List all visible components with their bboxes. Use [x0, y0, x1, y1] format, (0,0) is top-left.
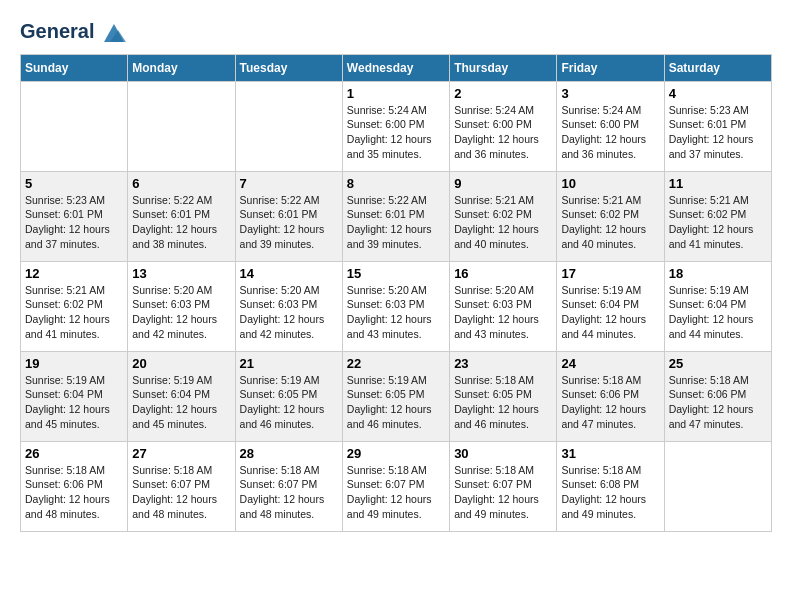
- calendar-cell: 18Sunrise: 5:19 AM Sunset: 6:04 PM Dayli…: [664, 261, 771, 351]
- calendar-cell: 26Sunrise: 5:18 AM Sunset: 6:06 PM Dayli…: [21, 441, 128, 531]
- day-content: Sunrise: 5:18 AM Sunset: 6:08 PM Dayligh…: [561, 463, 659, 522]
- day-number: 3: [561, 86, 659, 101]
- page-header: General: [20, 20, 772, 44]
- logo-text: General: [20, 20, 128, 44]
- calendar-cell: 6Sunrise: 5:22 AM Sunset: 6:01 PM Daylig…: [128, 171, 235, 261]
- day-header-monday: Monday: [128, 54, 235, 81]
- day-content: Sunrise: 5:21 AM Sunset: 6:02 PM Dayligh…: [454, 193, 552, 252]
- calendar-cell: 17Sunrise: 5:19 AM Sunset: 6:04 PM Dayli…: [557, 261, 664, 351]
- calendar-cell: 7Sunrise: 5:22 AM Sunset: 6:01 PM Daylig…: [235, 171, 342, 261]
- day-header-tuesday: Tuesday: [235, 54, 342, 81]
- day-content: Sunrise: 5:18 AM Sunset: 6:06 PM Dayligh…: [669, 373, 767, 432]
- day-content: Sunrise: 5:20 AM Sunset: 6:03 PM Dayligh…: [132, 283, 230, 342]
- day-number: 16: [454, 266, 552, 281]
- day-content: Sunrise: 5:18 AM Sunset: 6:05 PM Dayligh…: [454, 373, 552, 432]
- calendar-cell: 30Sunrise: 5:18 AM Sunset: 6:07 PM Dayli…: [450, 441, 557, 531]
- calendar-cell: 22Sunrise: 5:19 AM Sunset: 6:05 PM Dayli…: [342, 351, 449, 441]
- day-number: 20: [132, 356, 230, 371]
- calendar-cell: 5Sunrise: 5:23 AM Sunset: 6:01 PM Daylig…: [21, 171, 128, 261]
- day-number: 13: [132, 266, 230, 281]
- day-number: 24: [561, 356, 659, 371]
- day-number: 5: [25, 176, 123, 191]
- calendar-week-row: 19Sunrise: 5:19 AM Sunset: 6:04 PM Dayli…: [21, 351, 772, 441]
- day-number: 28: [240, 446, 338, 461]
- calendar-cell: 3Sunrise: 5:24 AM Sunset: 6:00 PM Daylig…: [557, 81, 664, 171]
- day-number: 19: [25, 356, 123, 371]
- calendar-cell: 21Sunrise: 5:19 AM Sunset: 6:05 PM Dayli…: [235, 351, 342, 441]
- calendar-cell: 31Sunrise: 5:18 AM Sunset: 6:08 PM Dayli…: [557, 441, 664, 531]
- calendar-cell: 16Sunrise: 5:20 AM Sunset: 6:03 PM Dayli…: [450, 261, 557, 351]
- calendar-week-row: 26Sunrise: 5:18 AM Sunset: 6:06 PM Dayli…: [21, 441, 772, 531]
- day-content: Sunrise: 5:22 AM Sunset: 6:01 PM Dayligh…: [132, 193, 230, 252]
- day-number: 17: [561, 266, 659, 281]
- day-number: 30: [454, 446, 552, 461]
- calendar-cell: 27Sunrise: 5:18 AM Sunset: 6:07 PM Dayli…: [128, 441, 235, 531]
- calendar-cell: 12Sunrise: 5:21 AM Sunset: 6:02 PM Dayli…: [21, 261, 128, 351]
- calendar-cell: 15Sunrise: 5:20 AM Sunset: 6:03 PM Dayli…: [342, 261, 449, 351]
- day-header-saturday: Saturday: [664, 54, 771, 81]
- day-content: Sunrise: 5:21 AM Sunset: 6:02 PM Dayligh…: [669, 193, 767, 252]
- day-number: 14: [240, 266, 338, 281]
- day-content: Sunrise: 5:20 AM Sunset: 6:03 PM Dayligh…: [454, 283, 552, 342]
- day-number: 8: [347, 176, 445, 191]
- calendar-cell: 24Sunrise: 5:18 AM Sunset: 6:06 PM Dayli…: [557, 351, 664, 441]
- day-number: 29: [347, 446, 445, 461]
- calendar-table: SundayMondayTuesdayWednesdayThursdayFrid…: [20, 54, 772, 532]
- calendar-cell: [664, 441, 771, 531]
- day-number: 18: [669, 266, 767, 281]
- calendar-cell: [21, 81, 128, 171]
- day-number: 2: [454, 86, 552, 101]
- day-number: 25: [669, 356, 767, 371]
- logo: General: [20, 20, 128, 44]
- day-content: Sunrise: 5:18 AM Sunset: 6:06 PM Dayligh…: [25, 463, 123, 522]
- calendar-cell: 29Sunrise: 5:18 AM Sunset: 6:07 PM Dayli…: [342, 441, 449, 531]
- day-number: 22: [347, 356, 445, 371]
- calendar-cell: 11Sunrise: 5:21 AM Sunset: 6:02 PM Dayli…: [664, 171, 771, 261]
- calendar-cell: 1Sunrise: 5:24 AM Sunset: 6:00 PM Daylig…: [342, 81, 449, 171]
- day-content: Sunrise: 5:24 AM Sunset: 6:00 PM Dayligh…: [561, 103, 659, 162]
- day-header-sunday: Sunday: [21, 54, 128, 81]
- day-content: Sunrise: 5:19 AM Sunset: 6:04 PM Dayligh…: [669, 283, 767, 342]
- logo-icon: [100, 22, 128, 44]
- calendar-cell: 10Sunrise: 5:21 AM Sunset: 6:02 PM Dayli…: [557, 171, 664, 261]
- calendar-cell: 28Sunrise: 5:18 AM Sunset: 6:07 PM Dayli…: [235, 441, 342, 531]
- day-content: Sunrise: 5:24 AM Sunset: 6:00 PM Dayligh…: [454, 103, 552, 162]
- day-number: 7: [240, 176, 338, 191]
- day-number: 4: [669, 86, 767, 101]
- day-number: 23: [454, 356, 552, 371]
- calendar-cell: 8Sunrise: 5:22 AM Sunset: 6:01 PM Daylig…: [342, 171, 449, 261]
- day-content: Sunrise: 5:19 AM Sunset: 6:04 PM Dayligh…: [132, 373, 230, 432]
- day-number: 11: [669, 176, 767, 191]
- day-content: Sunrise: 5:23 AM Sunset: 6:01 PM Dayligh…: [25, 193, 123, 252]
- day-number: 10: [561, 176, 659, 191]
- calendar-week-row: 12Sunrise: 5:21 AM Sunset: 6:02 PM Dayli…: [21, 261, 772, 351]
- day-content: Sunrise: 5:20 AM Sunset: 6:03 PM Dayligh…: [347, 283, 445, 342]
- calendar-cell: 4Sunrise: 5:23 AM Sunset: 6:01 PM Daylig…: [664, 81, 771, 171]
- day-header-thursday: Thursday: [450, 54, 557, 81]
- day-content: Sunrise: 5:18 AM Sunset: 6:07 PM Dayligh…: [132, 463, 230, 522]
- day-number: 6: [132, 176, 230, 191]
- day-number: 27: [132, 446, 230, 461]
- day-content: Sunrise: 5:20 AM Sunset: 6:03 PM Dayligh…: [240, 283, 338, 342]
- day-content: Sunrise: 5:23 AM Sunset: 6:01 PM Dayligh…: [669, 103, 767, 162]
- day-content: Sunrise: 5:18 AM Sunset: 6:07 PM Dayligh…: [240, 463, 338, 522]
- day-content: Sunrise: 5:24 AM Sunset: 6:00 PM Dayligh…: [347, 103, 445, 162]
- day-header-friday: Friday: [557, 54, 664, 81]
- day-content: Sunrise: 5:22 AM Sunset: 6:01 PM Dayligh…: [240, 193, 338, 252]
- day-content: Sunrise: 5:19 AM Sunset: 6:05 PM Dayligh…: [347, 373, 445, 432]
- day-number: 9: [454, 176, 552, 191]
- day-number: 1: [347, 86, 445, 101]
- day-number: 12: [25, 266, 123, 281]
- calendar-cell: 9Sunrise: 5:21 AM Sunset: 6:02 PM Daylig…: [450, 171, 557, 261]
- calendar-cell: 20Sunrise: 5:19 AM Sunset: 6:04 PM Dayli…: [128, 351, 235, 441]
- calendar-cell: [235, 81, 342, 171]
- day-content: Sunrise: 5:18 AM Sunset: 6:07 PM Dayligh…: [347, 463, 445, 522]
- day-number: 21: [240, 356, 338, 371]
- day-number: 26: [25, 446, 123, 461]
- day-content: Sunrise: 5:19 AM Sunset: 6:04 PM Dayligh…: [25, 373, 123, 432]
- day-content: Sunrise: 5:21 AM Sunset: 6:02 PM Dayligh…: [25, 283, 123, 342]
- calendar-cell: 2Sunrise: 5:24 AM Sunset: 6:00 PM Daylig…: [450, 81, 557, 171]
- calendar-week-row: 1Sunrise: 5:24 AM Sunset: 6:00 PM Daylig…: [21, 81, 772, 171]
- calendar-cell: 23Sunrise: 5:18 AM Sunset: 6:05 PM Dayli…: [450, 351, 557, 441]
- calendar-week-row: 5Sunrise: 5:23 AM Sunset: 6:01 PM Daylig…: [21, 171, 772, 261]
